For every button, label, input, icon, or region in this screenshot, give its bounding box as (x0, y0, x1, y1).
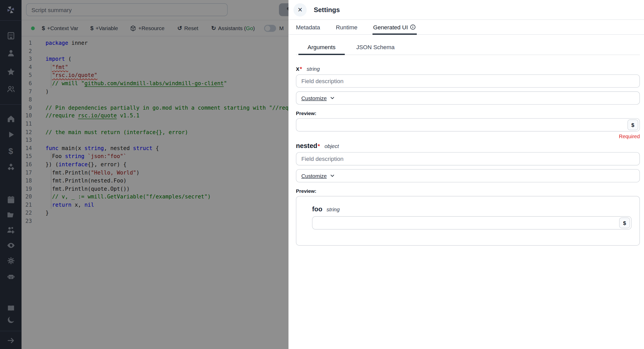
field-foo-preview-input[interactable] (312, 216, 631, 229)
field-x-preview-row: $ (296, 118, 640, 132)
field-type: string (326, 206, 340, 213)
insert-variable-dollar-button[interactable]: $ (619, 217, 630, 228)
settings-drawer: × Settings Metadata Runtime Generated UI… (289, 0, 644, 349)
insert-variable-dollar-button[interactable]: $ (628, 119, 638, 130)
field-name: foo (312, 206, 322, 213)
field-type: object (325, 143, 339, 149)
field-x-description-input[interactable] (296, 74, 640, 88)
info-icon (410, 24, 416, 30)
nested-child-heading: foo string (312, 206, 631, 213)
screen: $ (0, 0, 644, 349)
subtab-json-schema[interactable]: JSON Schema (354, 41, 396, 55)
field-x-customize-box: Customize (296, 91, 640, 104)
drawer-title: Settings (314, 6, 340, 13)
chevron-down-icon (330, 95, 335, 101)
customize-toggle[interactable]: Customize (301, 95, 335, 101)
required-asterisk: * (300, 65, 302, 72)
subtab-arguments[interactable]: Arguments (306, 41, 337, 55)
chevron-down-icon (330, 173, 335, 179)
nested-child-preview-row: $ (312, 216, 631, 229)
preview-label: Preview: (296, 110, 640, 116)
generated-ui-subtabs: Arguments JSON Schema (296, 41, 640, 55)
required-asterisk: * (318, 143, 320, 149)
close-icon[interactable]: × (293, 3, 307, 16)
field-name: x (296, 65, 299, 72)
field-nested-customize-box: Customize (296, 169, 640, 182)
field-name: nested (296, 142, 317, 150)
settings-tabs: Metadata Runtime Generated UI (289, 20, 644, 35)
drawer-header: × Settings (289, 0, 644, 20)
tab-runtime[interactable]: Runtime (335, 20, 358, 34)
field-x-heading: x* string (296, 65, 640, 72)
preview-label: Preview: (296, 188, 640, 194)
customize-toggle[interactable]: Customize (301, 173, 335, 179)
field-x-preview-input[interactable] (296, 118, 640, 132)
field-nested-heading: nested* object (296, 142, 640, 150)
field-nested-description-input[interactable] (296, 152, 640, 165)
field-type: string (307, 66, 320, 72)
tab-generated-ui[interactable]: Generated UI (372, 20, 417, 34)
tab-metadata[interactable]: Metadata (295, 20, 321, 34)
drawer-body: Arguments JSON Schema x* string Customiz… (289, 35, 644, 246)
nested-object-preview-box: foo string $ (296, 196, 640, 246)
required-note: Required (296, 134, 640, 139)
